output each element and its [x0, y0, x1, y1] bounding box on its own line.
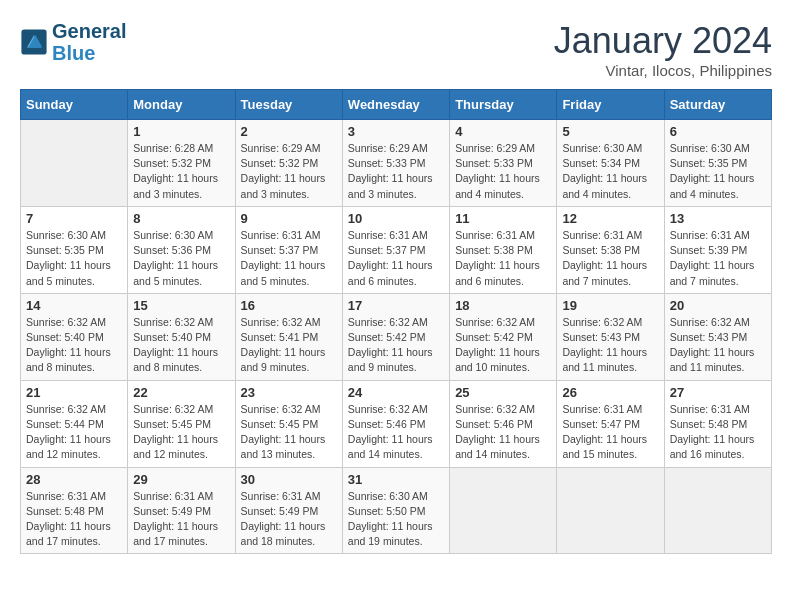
calendar-cell: 17Sunrise: 6:32 AMSunset: 5:42 PMDayligh… [342, 293, 449, 380]
day-number: 3 [348, 124, 444, 139]
calendar-week-row: 7Sunrise: 6:30 AMSunset: 5:35 PMDaylight… [21, 206, 772, 293]
calendar-cell [664, 467, 771, 554]
header-tuesday: Tuesday [235, 90, 342, 120]
day-number: 17 [348, 298, 444, 313]
calendar-cell: 25Sunrise: 6:32 AMSunset: 5:46 PMDayligh… [450, 380, 557, 467]
calendar-cell: 7Sunrise: 6:30 AMSunset: 5:35 PMDaylight… [21, 206, 128, 293]
day-number: 10 [348, 211, 444, 226]
calendar-cell: 13Sunrise: 6:31 AMSunset: 5:39 PMDayligh… [664, 206, 771, 293]
logo-text-line1: General [52, 20, 126, 42]
day-info: Sunrise: 6:31 AMSunset: 5:48 PMDaylight:… [670, 402, 766, 463]
day-info: Sunrise: 6:32 AMSunset: 5:44 PMDaylight:… [26, 402, 122, 463]
calendar-cell: 19Sunrise: 6:32 AMSunset: 5:43 PMDayligh… [557, 293, 664, 380]
calendar-cell: 4Sunrise: 6:29 AMSunset: 5:33 PMDaylight… [450, 120, 557, 207]
day-number: 21 [26, 385, 122, 400]
calendar-cell: 10Sunrise: 6:31 AMSunset: 5:37 PMDayligh… [342, 206, 449, 293]
day-info: Sunrise: 6:32 AMSunset: 5:43 PMDaylight:… [562, 315, 658, 376]
calendar-cell: 21Sunrise: 6:32 AMSunset: 5:44 PMDayligh… [21, 380, 128, 467]
day-info: Sunrise: 6:31 AMSunset: 5:48 PMDaylight:… [26, 489, 122, 550]
day-info: Sunrise: 6:28 AMSunset: 5:32 PMDaylight:… [133, 141, 229, 202]
day-number: 15 [133, 298, 229, 313]
day-info: Sunrise: 6:32 AMSunset: 5:43 PMDaylight:… [670, 315, 766, 376]
calendar-cell: 2Sunrise: 6:29 AMSunset: 5:32 PMDaylight… [235, 120, 342, 207]
day-number: 2 [241, 124, 337, 139]
day-info: Sunrise: 6:32 AMSunset: 5:45 PMDaylight:… [241, 402, 337, 463]
day-info: Sunrise: 6:32 AMSunset: 5:42 PMDaylight:… [455, 315, 551, 376]
header-monday: Monday [128, 90, 235, 120]
day-info: Sunrise: 6:31 AMSunset: 5:39 PMDaylight:… [670, 228, 766, 289]
day-info: Sunrise: 6:32 AMSunset: 5:40 PMDaylight:… [26, 315, 122, 376]
day-number: 6 [670, 124, 766, 139]
calendar-week-row: 28Sunrise: 6:31 AMSunset: 5:48 PMDayligh… [21, 467, 772, 554]
location-subtitle: Vintar, Ilocos, Philippines [554, 62, 772, 79]
calendar-cell: 30Sunrise: 6:31 AMSunset: 5:49 PMDayligh… [235, 467, 342, 554]
day-info: Sunrise: 6:32 AMSunset: 5:46 PMDaylight:… [455, 402, 551, 463]
day-info: Sunrise: 6:31 AMSunset: 5:37 PMDaylight:… [241, 228, 337, 289]
calendar-cell: 20Sunrise: 6:32 AMSunset: 5:43 PMDayligh… [664, 293, 771, 380]
calendar-cell: 16Sunrise: 6:32 AMSunset: 5:41 PMDayligh… [235, 293, 342, 380]
day-number: 27 [670, 385, 766, 400]
day-number: 23 [241, 385, 337, 400]
page-header: General Blue January 2024 Vintar, Ilocos… [20, 20, 772, 79]
calendar-cell: 8Sunrise: 6:30 AMSunset: 5:36 PMDaylight… [128, 206, 235, 293]
calendar-cell: 6Sunrise: 6:30 AMSunset: 5:35 PMDaylight… [664, 120, 771, 207]
calendar-week-row: 1Sunrise: 6:28 AMSunset: 5:32 PMDaylight… [21, 120, 772, 207]
day-number: 19 [562, 298, 658, 313]
day-number: 30 [241, 472, 337, 487]
day-number: 24 [348, 385, 444, 400]
calendar-cell: 3Sunrise: 6:29 AMSunset: 5:33 PMDaylight… [342, 120, 449, 207]
calendar-cell: 9Sunrise: 6:31 AMSunset: 5:37 PMDaylight… [235, 206, 342, 293]
calendar-cell: 11Sunrise: 6:31 AMSunset: 5:38 PMDayligh… [450, 206, 557, 293]
calendar-cell: 1Sunrise: 6:28 AMSunset: 5:32 PMDaylight… [128, 120, 235, 207]
calendar-cell: 12Sunrise: 6:31 AMSunset: 5:38 PMDayligh… [557, 206, 664, 293]
header-thursday: Thursday [450, 90, 557, 120]
calendar-cell: 18Sunrise: 6:32 AMSunset: 5:42 PMDayligh… [450, 293, 557, 380]
day-number: 18 [455, 298, 551, 313]
day-number: 31 [348, 472, 444, 487]
day-info: Sunrise: 6:30 AMSunset: 5:35 PMDaylight:… [670, 141, 766, 202]
day-info: Sunrise: 6:32 AMSunset: 5:41 PMDaylight:… [241, 315, 337, 376]
logo-text-line2: Blue [52, 42, 126, 64]
calendar-header-row: Sunday Monday Tuesday Wednesday Thursday… [21, 90, 772, 120]
day-number: 12 [562, 211, 658, 226]
calendar-cell: 28Sunrise: 6:31 AMSunset: 5:48 PMDayligh… [21, 467, 128, 554]
day-number: 8 [133, 211, 229, 226]
calendar-cell: 24Sunrise: 6:32 AMSunset: 5:46 PMDayligh… [342, 380, 449, 467]
day-info: Sunrise: 6:29 AMSunset: 5:33 PMDaylight:… [455, 141, 551, 202]
logo-icon [20, 28, 48, 56]
header-sunday: Sunday [21, 90, 128, 120]
day-number: 13 [670, 211, 766, 226]
calendar-cell [21, 120, 128, 207]
day-info: Sunrise: 6:31 AMSunset: 5:47 PMDaylight:… [562, 402, 658, 463]
day-info: Sunrise: 6:32 AMSunset: 5:45 PMDaylight:… [133, 402, 229, 463]
calendar-cell: 26Sunrise: 6:31 AMSunset: 5:47 PMDayligh… [557, 380, 664, 467]
month-title: January 2024 [554, 20, 772, 62]
day-info: Sunrise: 6:29 AMSunset: 5:33 PMDaylight:… [348, 141, 444, 202]
title-section: January 2024 Vintar, Ilocos, Philippines [554, 20, 772, 79]
calendar-cell: 5Sunrise: 6:30 AMSunset: 5:34 PMDaylight… [557, 120, 664, 207]
day-number: 4 [455, 124, 551, 139]
day-info: Sunrise: 6:30 AMSunset: 5:34 PMDaylight:… [562, 141, 658, 202]
calendar-cell: 22Sunrise: 6:32 AMSunset: 5:45 PMDayligh… [128, 380, 235, 467]
calendar-cell [557, 467, 664, 554]
calendar-cell: 27Sunrise: 6:31 AMSunset: 5:48 PMDayligh… [664, 380, 771, 467]
calendar-cell: 23Sunrise: 6:32 AMSunset: 5:45 PMDayligh… [235, 380, 342, 467]
day-info: Sunrise: 6:31 AMSunset: 5:49 PMDaylight:… [241, 489, 337, 550]
calendar-cell: 29Sunrise: 6:31 AMSunset: 5:49 PMDayligh… [128, 467, 235, 554]
day-number: 11 [455, 211, 551, 226]
day-info: Sunrise: 6:31 AMSunset: 5:37 PMDaylight:… [348, 228, 444, 289]
day-number: 28 [26, 472, 122, 487]
day-number: 20 [670, 298, 766, 313]
calendar-cell: 14Sunrise: 6:32 AMSunset: 5:40 PMDayligh… [21, 293, 128, 380]
logo: General Blue [20, 20, 126, 64]
day-info: Sunrise: 6:29 AMSunset: 5:32 PMDaylight:… [241, 141, 337, 202]
day-number: 1 [133, 124, 229, 139]
header-friday: Friday [557, 90, 664, 120]
calendar-week-row: 14Sunrise: 6:32 AMSunset: 5:40 PMDayligh… [21, 293, 772, 380]
day-info: Sunrise: 6:30 AMSunset: 5:35 PMDaylight:… [26, 228, 122, 289]
header-saturday: Saturday [664, 90, 771, 120]
day-info: Sunrise: 6:31 AMSunset: 5:49 PMDaylight:… [133, 489, 229, 550]
day-info: Sunrise: 6:32 AMSunset: 5:46 PMDaylight:… [348, 402, 444, 463]
calendar-table: Sunday Monday Tuesday Wednesday Thursday… [20, 89, 772, 554]
calendar-cell [450, 467, 557, 554]
